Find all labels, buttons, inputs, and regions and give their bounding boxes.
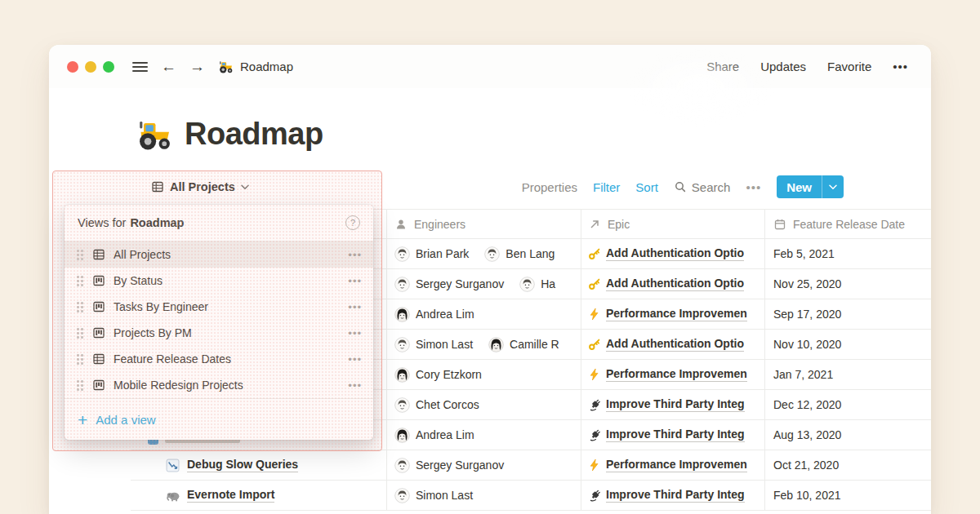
- new-dropdown-chevron-icon[interactable]: [822, 184, 844, 190]
- column-header-engineers[interactable]: Engineers: [386, 210, 581, 238]
- zap-icon: [588, 368, 601, 381]
- zap-icon: [588, 459, 601, 472]
- app-window: ← → Roadmap Share Updates Favorite ••• R…: [49, 45, 931, 514]
- people-icon: [394, 218, 408, 231]
- avatar: [394, 488, 410, 503]
- item-more-button[interactable]: •••: [348, 249, 362, 261]
- drag-handle-icon[interactable]: [76, 249, 83, 260]
- views-menu-item-by-status[interactable]: By Status •••: [65, 268, 373, 294]
- drag-handle-icon[interactable]: [76, 353, 83, 365]
- avatar: [519, 277, 535, 292]
- item-more-button[interactable]: •••: [348, 275, 362, 287]
- elephant-icon: [166, 489, 180, 503]
- chart-decreasing-icon: [166, 459, 180, 472]
- avatar: [484, 246, 500, 262]
- drag-handle-icon[interactable]: [76, 327, 83, 339]
- plug-icon: [588, 398, 601, 411]
- table-row: Evernote Import Simon Last Improve Third…: [131, 481, 931, 511]
- search-icon: [674, 180, 687, 193]
- back-arrow-icon[interactable]: ←: [161, 59, 176, 74]
- page-header: Roadmap: [136, 115, 323, 153]
- board-view-icon: [92, 300, 105, 313]
- views-dropdown-menu: Views for Roadmap ? All Projects ••• By …: [65, 205, 373, 440]
- updates-button[interactable]: Updates: [760, 60, 806, 73]
- views-menu-item-projects-by-pm[interactable]: Projects By PM •••: [65, 320, 373, 346]
- project-link[interactable]: Evernote Import: [187, 488, 274, 503]
- filter-button[interactable]: Filter: [593, 180, 620, 194]
- drag-handle-icon[interactable]: [76, 275, 83, 286]
- avatar: [394, 367, 410, 383]
- views-menu-item-tasks-by-engineer[interactable]: Tasks By Engineer •••: [65, 294, 373, 320]
- calendar-icon: [773, 218, 786, 231]
- avatar: [394, 337, 410, 352]
- add-a-view-button[interactable]: + Add a view: [65, 399, 373, 440]
- view-tab-all-projects[interactable]: All Projects: [151, 180, 249, 193]
- table-view-icon: [151, 180, 164, 193]
- epic-link[interactable]: Improve Third Party Integ: [606, 397, 745, 413]
- plug-icon: [588, 428, 601, 441]
- window-topbar: ← → Roadmap Share Updates Favorite •••: [49, 45, 931, 88]
- avatar: [394, 428, 410, 443]
- board-view-icon: [92, 379, 105, 392]
- arrow-up-right-icon: [588, 218, 601, 231]
- toolbar-more-button[interactable]: •••: [746, 180, 761, 194]
- column-header-epic[interactable]: Epic: [581, 210, 764, 238]
- favorite-button[interactable]: Favorite: [827, 60, 871, 73]
- epic-link[interactable]: Improve Third Party Integ: [606, 488, 745, 503]
- avatar: [394, 307, 410, 322]
- avatar: [394, 458, 410, 473]
- key-icon: [588, 338, 601, 351]
- screenshot-canvas: ← → Roadmap Share Updates Favorite ••• R…: [0, 0, 980, 514]
- sort-button[interactable]: Sort: [635, 180, 658, 194]
- new-button[interactable]: New: [777, 175, 844, 198]
- column-header-feature-release-date[interactable]: Feature Release Date: [764, 210, 931, 238]
- item-more-button[interactable]: •••: [348, 379, 362, 392]
- drag-handle-icon[interactable]: [76, 301, 83, 312]
- minimize-window-button[interactable]: [85, 61, 96, 73]
- plug-icon: [588, 489, 601, 502]
- avatar: [488, 337, 504, 352]
- help-icon[interactable]: ?: [345, 215, 360, 230]
- highlight-blob: [629, 50, 772, 123]
- board-view-icon: [92, 274, 105, 287]
- topbar-more-button[interactable]: •••: [893, 60, 908, 73]
- avatar: [394, 246, 410, 262]
- epic-link[interactable]: Performance Improvemen: [606, 367, 747, 383]
- views-menu-item-mobile-redesign-projects[interactable]: Mobile Redesign Projects •••: [65, 372, 373, 398]
- close-window-button[interactable]: [67, 61, 78, 73]
- item-more-button[interactable]: •••: [348, 301, 362, 313]
- views-menu-item-feature-release-dates[interactable]: Feature Release Dates •••: [65, 346, 373, 372]
- breadcrumb-doc-title[interactable]: Roadmap: [240, 60, 293, 73]
- table-view-icon: [92, 248, 105, 261]
- page-title: Roadmap: [185, 117, 323, 152]
- menu-icon[interactable]: [132, 60, 148, 74]
- epic-link[interactable]: Add Authentication Optio: [606, 337, 744, 352]
- views-menu-header: Views for Roadmap ?: [65, 205, 373, 241]
- epic-link[interactable]: Performance Improvemen: [606, 307, 747, 322]
- key-icon: [588, 247, 601, 260]
- plus-icon: +: [78, 411, 87, 428]
- avatar: [394, 277, 410, 292]
- chevron-down-icon: [241, 184, 249, 190]
- item-more-button[interactable]: •••: [348, 353, 362, 366]
- key-icon: [588, 277, 601, 290]
- tractor-icon: [218, 59, 234, 74]
- table-view-icon: [92, 352, 105, 366]
- project-link[interactable]: Debug Slow Queries: [187, 458, 298, 473]
- epic-link[interactable]: Add Authentication Optio: [606, 246, 744, 262]
- drag-handle-icon[interactable]: [76, 379, 83, 391]
- properties-button[interactable]: Properties: [522, 180, 577, 194]
- epic-link[interactable]: Performance Improvemen: [606, 458, 747, 473]
- views-menu-item-all-projects[interactable]: All Projects •••: [65, 241, 373, 268]
- zap-icon: [588, 308, 601, 321]
- page-icon-tractor[interactable]: [136, 115, 173, 153]
- zoom-window-button[interactable]: [103, 61, 114, 73]
- avatar: [394, 397, 410, 413]
- epic-link[interactable]: Add Authentication Optio: [606, 277, 744, 292]
- view-toolbar: All Projects Properties Filter Sort Sear…: [49, 174, 931, 200]
- forward-arrow-icon[interactable]: →: [189, 59, 205, 74]
- item-more-button[interactable]: •••: [348, 327, 362, 339]
- search-button[interactable]: Search: [674, 180, 731, 194]
- table-row: Debug Slow Queries Sergey Surganov Perfo…: [131, 450, 931, 481]
- epic-link[interactable]: Improve Third Party Integ: [606, 428, 745, 443]
